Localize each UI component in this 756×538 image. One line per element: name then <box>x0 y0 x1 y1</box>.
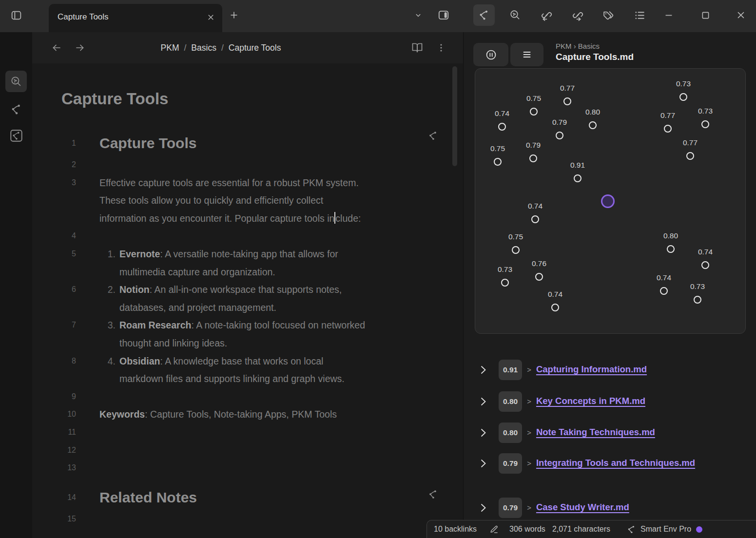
line-number: 11 <box>32 423 76 442</box>
line-text: Effective capture tools are essential fo… <box>99 174 421 228</box>
graph-node[interactable] <box>589 121 597 129</box>
backlink-row[interactable]: 0.79>Integrating Tools and Techniques.md <box>477 453 733 474</box>
editor-content[interactable]: Capture Tools 1Capture Tools23Effective … <box>32 63 463 538</box>
line-text: Capture Tools <box>99 131 421 156</box>
pause-updates-button[interactable] <box>473 43 508 66</box>
tags-icon <box>602 9 615 21</box>
graph-node[interactable] <box>694 296 701 304</box>
score-separator: > <box>527 503 531 512</box>
backlink-row[interactable]: 0.80>Note Taking Techniques.md <box>477 423 733 443</box>
ribbon-smart-connections-button[interactable] <box>5 98 27 120</box>
backlink-file-link[interactable]: Key Concepts in PKM.md <box>536 396 645 406</box>
backlink-content: 0.79>Integrating Tools and Techniques.md <box>499 453 708 474</box>
graph-node[interactable] <box>701 120 709 128</box>
graph-node[interactable] <box>556 132 563 139</box>
graph-node[interactable] <box>531 215 539 223</box>
graph-node[interactable] <box>563 97 571 105</box>
graph-node[interactable] <box>574 174 582 182</box>
breadcrumb-item[interactable]: Capture Tools <box>229 43 281 53</box>
tab-list-dropdown-button[interactable] <box>407 4 429 26</box>
graph-node[interactable] <box>660 287 668 295</box>
list-marker: 4. <box>99 352 116 370</box>
left-sidebar-toggle-button[interactable] <box>5 4 27 26</box>
graph-node[interactable] <box>664 125 672 133</box>
right-sidebar-toggle-button[interactable] <box>433 4 454 26</box>
editor-scrollbar-thumb[interactable] <box>452 66 457 166</box>
tab-close-icon[interactable] <box>206 13 215 22</box>
ribbon-smart-lookup-button[interactable] <box>5 71 27 92</box>
new-tab-button[interactable] <box>223 4 245 26</box>
graph-node[interactable] <box>679 93 687 101</box>
expand-chevron-icon[interactable] <box>477 501 489 514</box>
graph-center-node[interactable] <box>601 194 615 208</box>
expand-chevron-icon[interactable] <box>477 457 489 470</box>
window-minimize-button[interactable] <box>658 4 679 26</box>
reading-mode-button[interactable] <box>407 37 428 58</box>
status-char-count[interactable]: 2,071 characters <box>552 525 610 534</box>
incoming-links-button[interactable] <box>535 4 557 26</box>
expand-chevron-icon[interactable] <box>477 364 489 376</box>
outgoing-links-button[interactable] <box>566 4 588 26</box>
backlink-file-link[interactable]: Note Taking Techniques.md <box>536 427 655 437</box>
backlink-file-link[interactable]: Case Study Writer.md <box>536 502 629 512</box>
editor-line: 13 <box>32 459 463 477</box>
smart-lookup-icon <box>10 76 22 88</box>
backlink-row[interactable]: 0.79>Case Study Writer.md <box>477 498 733 518</box>
outline-list-button[interactable] <box>629 4 650 26</box>
ribbon-smart-context-button[interactable] <box>5 125 27 146</box>
backlink-file-link[interactable]: Integrating Tools and Techniques.md <box>536 458 695 468</box>
backlink-content: 0.79>Case Study Writer.md <box>499 498 708 518</box>
editor-line: 3Effective capture tools are essential f… <box>32 174 463 228</box>
tags-button[interactable] <box>598 4 619 26</box>
panel-note-title: Capture Tools.md <box>556 52 634 62</box>
heading-smart-connections-icon[interactable] <box>428 131 438 141</box>
smart-connections-icon <box>627 525 636 534</box>
heading-smart-connections-icon[interactable] <box>428 489 438 500</box>
more-options-button[interactable] <box>430 37 452 58</box>
backlink-content: 0.80>Note Taking Techniques.md <box>499 423 708 443</box>
graph-node[interactable] <box>494 158 502 166</box>
edit-mode-icon[interactable] <box>489 525 499 534</box>
backlink-file-link[interactable]: Capturing Information.md <box>536 364 647 374</box>
graph-node[interactable] <box>551 304 559 311</box>
breadcrumb-item[interactable]: Basics <box>191 43 216 53</box>
window-close-button[interactable] <box>730 4 752 26</box>
smart-connections-view-button[interactable] <box>473 4 495 26</box>
list-marker: 3. <box>99 316 116 334</box>
graph-node[interactable] <box>498 123 506 131</box>
graph-node[interactable] <box>512 246 520 254</box>
backlink-row[interactable]: 0.91>Capturing Information.md <box>477 360 733 380</box>
graph-node-score: 0.80 <box>651 231 690 241</box>
panel-menu-button[interactable] <box>510 43 543 66</box>
similarity-score-badge: 0.80 <box>499 391 522 412</box>
connections-graph[interactable]: 0.770.750.740.800.790.730.770.730.750.79… <box>475 68 746 334</box>
status-backlinks[interactable]: 10 backlinks <box>434 525 477 534</box>
graph-node[interactable] <box>667 245 675 253</box>
graph-node-score: 0.80 <box>573 107 612 117</box>
line-number: 8 <box>32 352 76 370</box>
panel-right-icon <box>437 9 450 21</box>
graph-node[interactable] <box>686 152 694 160</box>
backlink-row[interactable]: 0.80>Key Concepts in PKM.md <box>477 391 733 412</box>
graph-node-score: 0.79 <box>514 140 553 151</box>
window-maximize-button[interactable] <box>695 4 716 26</box>
breadcrumb-item[interactable]: PKM <box>161 43 179 53</box>
smart-connections-icon <box>478 9 490 21</box>
graph-node[interactable] <box>501 279 509 287</box>
line-number: 5 <box>32 245 76 263</box>
line-text: 1.Evernote: A versatile note-taking app … <box>99 245 426 281</box>
smart-lookup-button[interactable] <box>504 4 526 26</box>
expand-chevron-icon[interactable] <box>477 395 489 408</box>
tab-capture-tools[interactable]: Capture Tools <box>49 4 222 32</box>
expand-chevron-icon[interactable] <box>477 426 489 439</box>
list-marker: 1. <box>99 245 116 263</box>
graph-node[interactable] <box>701 261 709 269</box>
status-plugin-label[interactable]: Smart Env Pro <box>640 525 691 534</box>
breadcrumb-separator: / <box>221 43 224 53</box>
kebab-icon <box>436 42 446 53</box>
graph-node[interactable] <box>535 273 543 281</box>
graph-node[interactable] <box>530 108 538 115</box>
app-window: Capture Tools <box>0 0 756 538</box>
graph-node[interactable] <box>529 154 537 162</box>
status-word-count[interactable]: 306 words <box>509 525 545 534</box>
